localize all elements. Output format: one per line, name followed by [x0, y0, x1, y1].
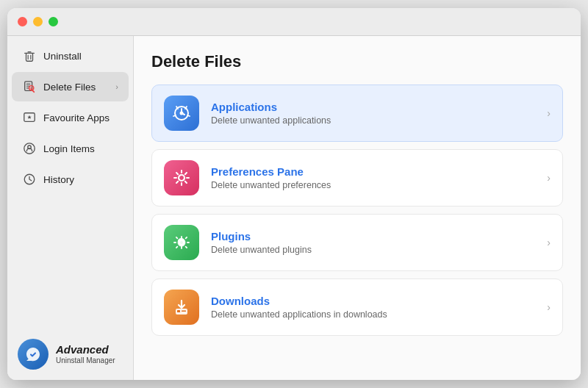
card-plugins[interactable]: Plugins Delete unwanted plugins ›: [151, 214, 563, 271]
downloads-title: Downloads: [211, 295, 541, 307]
card-preferences-pane[interactable]: Preferences Pane Delete unwanted prefere…: [151, 149, 563, 206]
app-window: Uninstall Delete Files ›: [7, 8, 581, 380]
sidebar: Uninstall Delete Files ›: [7, 36, 134, 380]
preferences-title: Preferences Pane: [211, 165, 541, 178]
sidebar-favourite-apps-label: Favourite Apps: [43, 112, 118, 123]
close-button[interactable]: [18, 17, 27, 26]
plugins-text: Plugins Delete unwanted plugins: [211, 230, 541, 255]
applications-chevron: ›: [547, 107, 551, 119]
plugins-desc: Delete unwanted plugins: [211, 245, 541, 255]
main-panel: Delete Files Applications Delete unwante…: [134, 36, 581, 380]
sidebar-login-items-label: Login Items: [43, 143, 118, 154]
history-icon: [22, 172, 37, 187]
applications-desc: Delete unwanted applications: [211, 115, 541, 126]
preferences-desc: Delete unwanted preferences: [211, 180, 541, 190]
sidebar-logo: Advanced Uninstall Manager: [7, 328, 133, 380]
plugins-icon: [164, 225, 199, 260]
logo-icon: [18, 339, 49, 370]
star-icon: [22, 110, 37, 125]
svg-point-16: [180, 112, 184, 115]
logo-text: Advanced Uninstall Manager: [56, 343, 115, 365]
sidebar-history-label: History: [43, 174, 118, 185]
preferences-text: Preferences Pane Delete unwanted prefere…: [211, 165, 541, 190]
svg-point-17: [179, 175, 184, 181]
preferences-icon: [164, 160, 199, 195]
sidebar-delete-files-chevron: ›: [115, 82, 118, 91]
delete-files-icon: [22, 79, 37, 94]
plugins-chevron: ›: [547, 237, 551, 248]
card-applications[interactable]: Applications Delete unwanted application…: [151, 85, 563, 142]
traffic-lights: [18, 17, 58, 26]
applications-title: Applications: [211, 101, 541, 113]
content-area: Uninstall Delete Files ›: [7, 36, 581, 380]
downloads-icon: [164, 290, 199, 325]
downloads-desc: Delete unwanted applications in download…: [211, 309, 541, 320]
preferences-chevron: ›: [547, 172, 551, 184]
sidebar-delete-files-label: Delete Files: [43, 82, 115, 93]
sidebar-item-login-items[interactable]: Login Items: [12, 134, 129, 163]
minimize-button[interactable]: [33, 17, 43, 26]
downloads-text: Downloads Delete unwanted applications i…: [211, 295, 541, 320]
sidebar-uninstall-label: Uninstall: [43, 51, 118, 62]
logo-title: Advanced: [56, 343, 115, 356]
applications-text: Applications Delete unwanted application…: [211, 101, 541, 126]
svg-rect-0: [26, 53, 33, 61]
card-downloads[interactable]: Downloads Delete unwanted applications i…: [151, 279, 563, 336]
sidebar-item-favourite-apps[interactable]: Favourite Apps: [12, 103, 129, 132]
applications-icon: [164, 96, 199, 131]
plugins-title: Plugins: [211, 230, 541, 242]
page-title: Delete Files: [151, 52, 563, 71]
sidebar-item-delete-files[interactable]: Delete Files ›: [12, 72, 129, 101]
maximize-button[interactable]: [49, 17, 58, 26]
login-icon: [22, 141, 37, 156]
sidebar-item-uninstall[interactable]: Uninstall: [12, 41, 129, 71]
titlebar: [7, 8, 581, 36]
trash-icon: [22, 48, 37, 63]
sidebar-item-history[interactable]: History: [12, 165, 129, 194]
svg-rect-22: [177, 310, 180, 312]
logo-subtitle: Uninstall Manager: [56, 356, 115, 365]
downloads-chevron: ›: [547, 301, 551, 313]
svg-rect-23: [182, 311, 186, 312]
